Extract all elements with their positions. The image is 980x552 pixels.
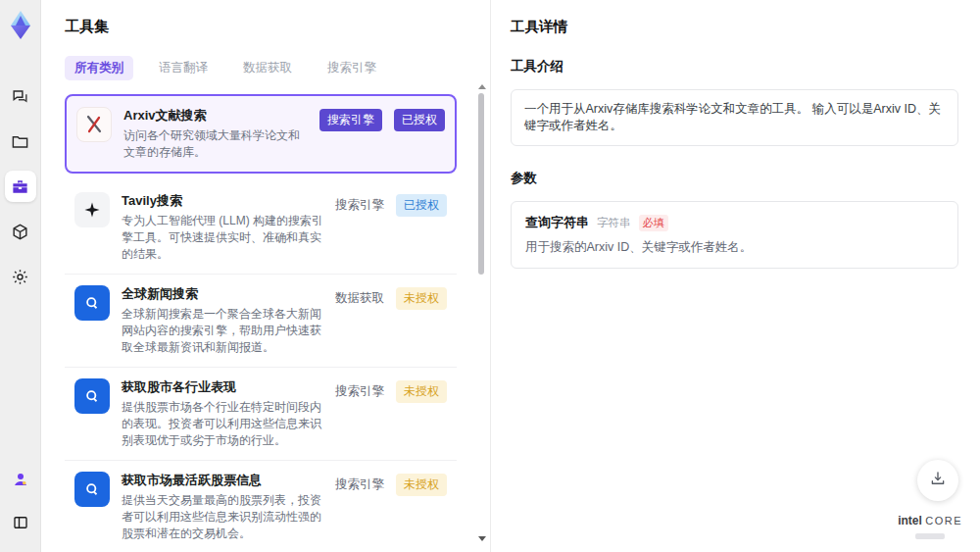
scrollbar-thumb[interactable] xyxy=(478,93,484,275)
tool-body: Tavily搜索 专为人工智能代理 (LLM) 构建的搜索引擎工具。可快速提供实… xyxy=(122,192,335,263)
tool-body: 全球新闻搜索 全球新闻搜索是一个聚合全球各大新闻网站内容的搜索引擎，帮助用户快速… xyxy=(122,285,335,356)
list-scrollbar[interactable] xyxy=(477,84,485,541)
category-label: 数据获取 xyxy=(335,290,384,307)
sidebar-item-chat[interactable] xyxy=(5,80,36,112)
auth-status-badge: 已授权 xyxy=(396,194,447,217)
tool-details-panel: 工具详情 工具介绍 一个用于从Arxiv存储库搜索科学论文和文章的工具。 输入可… xyxy=(491,0,980,552)
panel-layout-icon xyxy=(12,514,29,531)
user-icon xyxy=(12,471,29,488)
chat-icon xyxy=(11,87,29,106)
tool-name: Arxiv文献搜索 xyxy=(123,107,310,125)
category-label: 搜索引擎 xyxy=(335,197,384,214)
tool-meta: 搜索引擎 未授权 xyxy=(335,472,447,496)
tool-meta: 数据获取 未授权 xyxy=(335,285,447,310)
tool-card-tavily[interactable]: Tavily搜索 专为人工智能代理 (LLM) 构建的搜索引擎工具。可快速提供实… xyxy=(65,181,457,275)
auth-status-badge: 未授权 xyxy=(396,380,447,403)
tool-card-global-news[interactable]: 全球新闻搜索 全球新闻搜索是一个聚合全球各大新闻网站内容的搜索引擎，帮助用户快速… xyxy=(65,275,457,368)
tab-data-fetching[interactable]: 数据获取 xyxy=(233,56,302,80)
tool-meta: 搜索引擎 已授权 xyxy=(335,192,447,217)
search-icon xyxy=(74,378,110,414)
tool-body: 获取市场最活跃股票信息 提供当天交易量最高的股票列表，投资者可以利用这些信息来识… xyxy=(122,472,335,542)
sidebar-item-packages[interactable] xyxy=(5,216,36,247)
tool-card-arxiv[interactable]: Arxiv文献搜索 访问各个研究领域大量科学论文和文章的存储库。 搜索引擎 已授… xyxy=(65,94,457,174)
gear-icon xyxy=(11,268,29,286)
arxiv-logo-icon xyxy=(76,107,112,142)
sidebar-item-collapse[interactable] xyxy=(5,507,36,538)
tool-meta: 搜索引擎 已授权 xyxy=(319,107,445,131)
intro-text: 一个用于从Arxiv存储库搜索科学论文和文章的工具。 输入可以是Arxiv ID… xyxy=(511,89,958,146)
tab-all-categories[interactable]: 所有类别 xyxy=(65,56,133,80)
category-label: 搜索引擎 xyxy=(335,383,384,400)
required-badge: 必填 xyxy=(639,215,668,231)
tool-meta: 搜索引擎 未授权 xyxy=(335,378,447,403)
intel-core-logo: intel core xyxy=(898,515,962,540)
tool-description: 专为人工智能代理 (LLM) 构建的搜索引擎工具。可快速提供实时、准确和真实的结… xyxy=(122,213,325,263)
parameter-card: 查询字符串 字符串 必填 用于搜索的Arxiv ID、关键字或作者姓名。 xyxy=(511,201,958,269)
tool-body: Arxiv文献搜索 访问各个研究领域大量科学论文和文章的存储库。 xyxy=(123,107,319,161)
tool-name: Tavily搜索 xyxy=(122,192,325,210)
sidebar-item-settings[interactable] xyxy=(5,261,36,292)
parameter-type: 字符串 xyxy=(597,216,631,230)
tool-card-sector-performance[interactable]: 获取股市各行业表现 提供股票市场各个行业在特定时间段内的表现。投资者可以利用这些… xyxy=(65,368,457,461)
details-title: 工具详情 xyxy=(511,18,958,36)
category-label: 搜索引擎 xyxy=(335,477,384,493)
tool-description: 访问各个研究领域大量科学论文和文章的存储库。 xyxy=(123,127,310,161)
rail-bottom xyxy=(5,464,36,538)
tool-list: Arxiv文献搜索 访问各个研究领域大量科学论文和文章的存储库。 搜索引擎 已授… xyxy=(65,94,470,548)
category-badge: 搜索引擎 xyxy=(319,109,382,131)
scroll-down-icon[interactable] xyxy=(478,536,486,541)
download-icon xyxy=(929,470,947,491)
app-window: 工具集 所有类别 语言翻译 数据获取 搜索引擎 Arxiv文献搜索 访问各个研究… xyxy=(0,0,980,552)
tab-search-engine[interactable]: 搜索引擎 xyxy=(318,56,386,80)
app-logo-icon xyxy=(6,10,35,41)
rail-nav xyxy=(5,80,36,292)
search-icon xyxy=(74,472,110,507)
brand-word-core: core xyxy=(925,515,962,527)
sidebar-item-account[interactable] xyxy=(5,464,36,495)
tool-body: 获取股市各行业表现 提供股票市场各个行业在特定时间段内的表现。投资者可以利用这些… xyxy=(122,378,335,449)
cube-icon xyxy=(11,223,29,241)
icon-rail xyxy=(0,0,41,552)
auth-status-badge: 未授权 xyxy=(396,474,447,496)
parameter-header: 查询字符串 字符串 必填 xyxy=(525,214,944,231)
sidebar-item-files[interactable] xyxy=(5,125,36,157)
parameter-description: 用于搜索的Arxiv ID、关键字或作者姓名。 xyxy=(525,239,944,256)
brand-sub-mark xyxy=(915,533,945,539)
scroll-up-icon[interactable] xyxy=(478,84,486,89)
tool-name: 获取股市各行业表现 xyxy=(122,378,325,396)
tool-description: 提供当天交易量最高的股票列表，投资者可以利用这些信息来识别流动性强的股票和潜在的… xyxy=(122,492,325,542)
auth-status-badge: 已授权 xyxy=(394,109,445,131)
download-button[interactable] xyxy=(917,460,958,501)
params-heading: 参数 xyxy=(511,170,958,187)
tab-language-translation[interactable]: 语言翻译 xyxy=(149,56,218,80)
brand-word-intel: intel xyxy=(898,514,922,527)
intro-heading: 工具介绍 xyxy=(511,58,958,75)
toolset-panel: 工具集 所有类别 语言翻译 数据获取 搜索引擎 Arxiv文献搜索 访问各个研究… xyxy=(41,0,491,552)
tool-name: 获取市场最活跃股票信息 xyxy=(122,472,325,489)
tool-name: 全球新闻搜索 xyxy=(122,285,325,303)
tool-description: 提供股票市场各个行业在特定时间段内的表现。投资者可以利用这些信息来识别表现优于或… xyxy=(122,399,325,449)
parameter-name: 查询字符串 xyxy=(525,214,589,231)
tool-description: 全球新闻搜索是一个聚合全球各大新闻网站内容的搜索引擎，帮助用户快速获取全球最新资… xyxy=(122,306,325,356)
sidebar-item-tools[interactable] xyxy=(5,171,36,202)
briefcase-icon xyxy=(11,177,29,196)
star-icon xyxy=(74,192,110,227)
auth-status-badge: 未授权 xyxy=(396,287,447,310)
search-icon xyxy=(74,285,110,321)
tool-card-active-stocks[interactable]: 获取市场最活跃股票信息 提供当天交易量最高的股票列表，投资者可以利用这些信息来识… xyxy=(65,461,457,548)
category-tabs: 所有类别 语言翻译 数据获取 搜索引擎 xyxy=(65,56,470,80)
folder-icon xyxy=(11,132,29,151)
page-title: 工具集 xyxy=(65,18,470,36)
